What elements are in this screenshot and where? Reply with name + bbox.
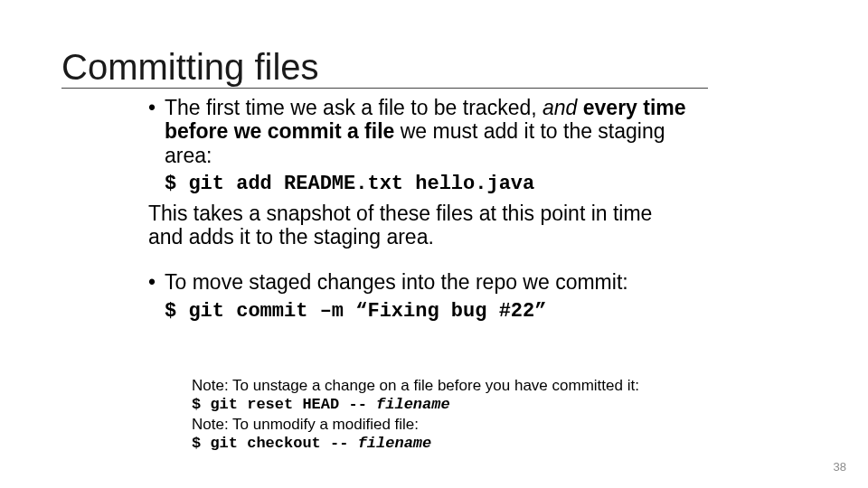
code-git-commit: $ git commit –m “Fixing bug #22” <box>148 300 691 323</box>
code-git-add: $ git add README.txt hello.java <box>148 173 691 195</box>
page-number: 38 <box>834 460 846 474</box>
slide: Committing files The first time we ask a… <box>0 0 868 488</box>
code-git-reset-arg: filename <box>376 396 450 413</box>
note-unstage-text: Note: To unstage a change on a file befo… <box>192 376 698 395</box>
bullet1-pre: The first time we ask a file to be track… <box>165 96 542 119</box>
slide-title: Committing files <box>61 47 708 89</box>
note-unmodify-text: Note: To unmodify a modified file: <box>192 415 698 434</box>
notes-block: Note: To unstage a change on a file befo… <box>192 376 698 453</box>
code-git-reset-cmd: $ git reset HEAD -- <box>192 396 376 413</box>
bullet-item-1: The first time we ask a file to be track… <box>148 96 691 167</box>
followup-text: This takes a snapshot of these files at … <box>148 202 691 249</box>
code-git-checkout-arg: filename <box>358 435 432 452</box>
slide-content: The first time we ask a file to be track… <box>148 96 691 328</box>
bullet1-and: and <box>542 96 577 119</box>
bullet-item-2: To move staged changes into the repo we … <box>148 270 691 294</box>
code-git-reset: $ git reset HEAD -- filename <box>192 395 698 414</box>
code-git-checkout: $ git checkout -- filename <box>192 434 698 453</box>
code-git-checkout-cmd: $ git checkout -- <box>192 435 358 452</box>
